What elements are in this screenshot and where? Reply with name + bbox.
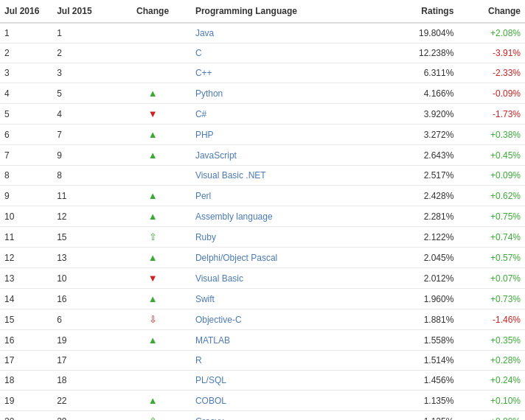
language-link[interactable]: C#	[195, 109, 206, 119]
change-arrow	[114, 63, 191, 83]
change-arrow: ▲	[114, 186, 191, 206]
table-row: 7 9 ▲ JavaScript 2.643% +0.45%	[0, 145, 525, 166]
table-row: 2 2 C 12.238% -3.91%	[0, 43, 525, 63]
rank-2016: 12	[0, 248, 52, 268]
language-name[interactable]: PHP	[191, 125, 382, 145]
language-link[interactable]: JavaScript	[195, 150, 237, 161]
rank-2016: 16	[0, 330, 52, 351]
language-name[interactable]: C#	[191, 104, 382, 125]
language-link[interactable]: Visual Basic	[195, 273, 243, 284]
change-value: +0.38%	[458, 125, 525, 145]
rank-2016: 15	[0, 309, 52, 330]
table-row: 10 12 ▲ Assembly language 2.281% +0.75%	[0, 206, 525, 227]
header-jul2016: Jul 2016	[0, 0, 52, 23]
language-link[interactable]: Python	[195, 88, 223, 99]
rank-2016: 14	[0, 289, 52, 309]
change-arrow: ▼	[114, 268, 191, 289]
arrow-down-icon: ▼	[148, 273, 158, 284]
change-arrow	[114, 351, 191, 371]
rank-2015: 9	[52, 145, 114, 166]
language-name[interactable]: Perl	[191, 186, 382, 206]
table-row: 9 11 ▲ Perl 2.428% +0.62%	[0, 186, 525, 206]
table-row: 6 7 ▲ PHP 3.272% +0.38%	[0, 125, 525, 145]
change-arrow: ▲	[114, 206, 191, 227]
rating-value: 4.166%	[382, 83, 459, 104]
rating-value: 1.514%	[382, 351, 459, 371]
rank-2016: 3	[0, 63, 52, 83]
language-name[interactable]: Python	[191, 83, 382, 104]
rank-2016: 17	[0, 351, 52, 371]
rank-2015: 8	[52, 166, 114, 186]
table-row: 16 19 ▲ MATLAB 1.558% +0.35%	[0, 330, 525, 351]
language-name[interactable]: R	[191, 351, 382, 371]
rating-value: 2.012%	[382, 268, 459, 289]
header-ratings: Ratings	[382, 0, 459, 23]
table-row: 1 1 Java 19.804% +2.08%	[0, 23, 525, 43]
rank-2016: 2	[0, 43, 52, 63]
table-row: 15 6 ⇩ Objective-C 1.881% -1.46%	[0, 309, 525, 330]
rating-value: 12.238%	[382, 43, 459, 63]
header-change2: Change	[458, 0, 525, 23]
language-name[interactable]: Visual Basic	[191, 268, 382, 289]
rank-2016: 9	[0, 186, 52, 206]
language-link[interactable]: Assembly language	[195, 211, 273, 222]
language-name[interactable]: Assembly language	[191, 206, 382, 227]
arrow-double-up-icon: ⇧	[149, 231, 157, 242]
rating-value: 1.135%	[382, 391, 459, 411]
change-value: -3.91%	[458, 43, 525, 63]
rank-2015: 4	[52, 104, 114, 125]
change-arrow	[114, 43, 191, 63]
rank-2016: 10	[0, 206, 52, 227]
language-name[interactable]: MATLAB	[191, 330, 382, 351]
language-name[interactable]: JavaScript	[191, 145, 382, 166]
language-link[interactable]: C	[195, 48, 202, 58]
change-value: -1.46%	[458, 309, 525, 330]
rating-value: 2.428%	[382, 186, 459, 206]
language-link[interactable]: R	[195, 355, 202, 365]
table-row: 3 3 C++ 6.311% -2.33%	[0, 63, 525, 83]
language-name[interactable]: Visual Basic .NET	[191, 166, 382, 186]
header-language: Programming Language	[191, 0, 382, 23]
table-row: 11 15 ⇧ Ruby 2.122% +0.74%	[0, 227, 525, 248]
language-link[interactable]: Perl	[195, 191, 211, 201]
rank-2016: 11	[0, 227, 52, 248]
change-value: +0.73%	[458, 289, 525, 309]
rank-2015: 18	[52, 371, 114, 391]
language-name[interactable]: Delphi/Object Pascal	[191, 248, 382, 268]
language-link[interactable]: Delphi/Object Pascal	[195, 253, 277, 263]
language-name[interactable]: C++	[191, 63, 382, 83]
language-name[interactable]: Objective-C	[191, 309, 382, 330]
table-row: 8 8 Visual Basic .NET 2.517% +0.09%	[0, 166, 525, 186]
language-link[interactable]: Visual Basic .NET	[195, 170, 266, 181]
language-name[interactable]: C	[191, 43, 382, 63]
change-value: +0.28%	[458, 351, 525, 371]
language-name[interactable]: Swift	[191, 289, 382, 309]
rating-value: 1.960%	[382, 289, 459, 309]
language-link[interactable]: C++	[195, 68, 212, 78]
language-name[interactable]: PL/SQL	[191, 371, 382, 391]
language-name[interactable]: COBOL	[191, 391, 382, 411]
rank-2015: 12	[52, 206, 114, 227]
change-arrow: ▲	[114, 330, 191, 351]
language-link[interactable]: Ruby	[195, 232, 216, 242]
language-link[interactable]: Swift	[195, 294, 215, 304]
language-link[interactable]: Java	[195, 28, 214, 38]
language-link[interactable]: PL/SQL	[195, 375, 226, 385]
rank-2015: 2	[52, 43, 114, 63]
language-name[interactable]: Groovy	[191, 411, 382, 421]
change-arrow	[114, 371, 191, 391]
change-arrow	[114, 23, 191, 43]
language-name[interactable]: Java	[191, 23, 382, 43]
language-link[interactable]: MATLAB	[195, 335, 230, 346]
arrow-up-icon: ▲	[148, 395, 158, 406]
rank-2015: 3	[52, 63, 114, 83]
language-link[interactable]: Objective-C	[195, 315, 242, 325]
language-name[interactable]: Ruby	[191, 227, 382, 248]
rating-value: 2.281%	[382, 206, 459, 227]
rank-2015: 19	[52, 330, 114, 351]
language-link[interactable]: PHP	[195, 130, 214, 140]
rank-2016: 18	[0, 371, 52, 391]
language-link[interactable]: Groovy	[195, 416, 224, 421]
rank-2015: 6	[52, 309, 114, 330]
language-link[interactable]: COBOL	[195, 396, 226, 406]
